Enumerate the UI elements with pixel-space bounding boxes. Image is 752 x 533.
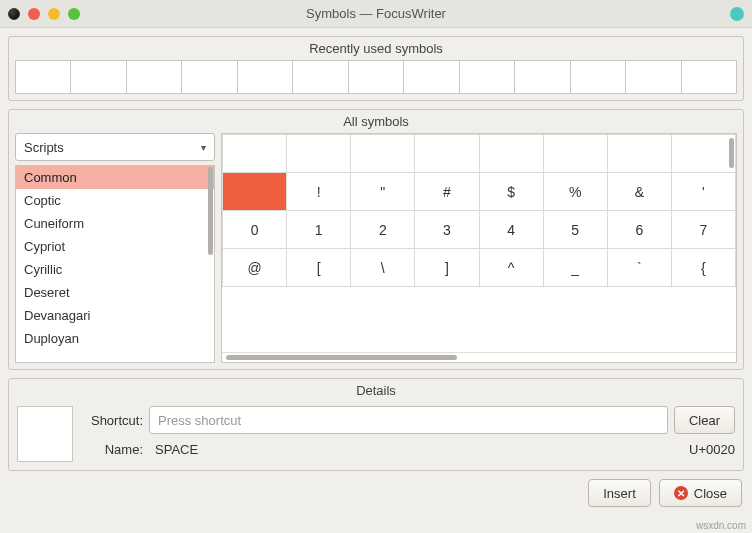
window-controls: [8, 8, 80, 20]
symbol-grid: !"#$%&'01234567@[\]^_`{: [222, 134, 736, 287]
script-item[interactable]: Coptic: [16, 189, 214, 212]
shortcut-input[interactable]: [149, 406, 668, 434]
recent-cell[interactable]: [292, 60, 348, 94]
recent-cell[interactable]: [459, 60, 515, 94]
recent-cell[interactable]: [181, 60, 237, 94]
recent-cell[interactable]: [403, 60, 459, 94]
symbol-cell[interactable]: _: [543, 249, 607, 287]
symbol-cell[interactable]: [479, 135, 543, 173]
scripts-dropdown-label: Scripts: [24, 140, 64, 155]
recent-cell[interactable]: [70, 60, 126, 94]
details-panel: Details Shortcut: Clear Name: SPACE U+00…: [8, 378, 744, 471]
all-symbols-panel: All symbols Scripts ▾ CommonCopticCuneif…: [8, 109, 744, 370]
watermark: wsxdn.com: [696, 520, 746, 531]
symbol-cell[interactable]: 2: [351, 211, 415, 249]
symbol-cell[interactable]: [607, 135, 671, 173]
symbol-cell[interactable]: ': [671, 173, 735, 211]
symbol-cell[interactable]: #: [415, 173, 479, 211]
symbol-cell[interactable]: %: [543, 173, 607, 211]
window-title: Symbols — FocusWriter: [0, 6, 752, 21]
symbol-cell[interactable]: 7: [671, 211, 735, 249]
details-title: Details: [15, 383, 737, 398]
recent-cell[interactable]: [625, 60, 681, 94]
symbol-cell[interactable]: 4: [479, 211, 543, 249]
recent-cell[interactable]: [15, 60, 71, 94]
symbol-cell[interactable]: 6: [607, 211, 671, 249]
script-item[interactable]: Cypriot: [16, 235, 214, 258]
script-list-scrollbar[interactable]: [208, 167, 213, 255]
symbol-cell[interactable]: ^: [479, 249, 543, 287]
recent-cell[interactable]: [237, 60, 293, 94]
grid-horizontal-scrollbar-track[interactable]: [222, 352, 736, 362]
symbol-cell[interactable]: `: [607, 249, 671, 287]
codepoint-value: U+0020: [689, 442, 735, 457]
recent-row: [15, 60, 737, 94]
app-icon: [8, 8, 20, 20]
close-button-label: Close: [694, 486, 727, 501]
symbol-cell[interactable]: [287, 135, 351, 173]
script-item[interactable]: Deseret: [16, 281, 214, 304]
symbol-cell[interactable]: [223, 135, 287, 173]
minimize-window-icon[interactable]: [48, 8, 60, 20]
symbol-cell[interactable]: ]: [415, 249, 479, 287]
grid-horizontal-scrollbar[interactable]: [226, 355, 457, 360]
symbol-grid-wrap: !"#$%&'01234567@[\]^_`{: [221, 133, 737, 363]
symbol-cell[interactable]: 3: [415, 211, 479, 249]
recent-title: Recently used symbols: [15, 41, 737, 56]
maximize-window-icon[interactable]: [68, 8, 80, 20]
scripts-dropdown[interactable]: Scripts ▾: [15, 133, 215, 161]
symbol-cell[interactable]: !: [287, 173, 351, 211]
symbol-cell[interactable]: [671, 135, 735, 173]
script-item[interactable]: Cuneiform: [16, 212, 214, 235]
symbol-cell[interactable]: ": [351, 173, 415, 211]
symbol-cell[interactable]: [351, 135, 415, 173]
symbol-cell[interactable]: \: [351, 249, 415, 287]
insert-button[interactable]: Insert: [588, 479, 651, 507]
recent-cell[interactable]: [348, 60, 404, 94]
recent-cell[interactable]: [514, 60, 570, 94]
grid-vertical-scrollbar[interactable]: [729, 138, 734, 168]
symbol-preview: [17, 406, 73, 462]
clear-button[interactable]: Clear: [674, 406, 735, 434]
name-value: SPACE: [155, 442, 198, 457]
script-list: CommonCopticCuneiformCypriotCyrillicDese…: [15, 165, 215, 363]
chevron-down-icon: ▾: [201, 142, 206, 153]
name-label: Name:: [83, 442, 143, 457]
symbol-cell[interactable]: [223, 173, 287, 211]
symbol-cell[interactable]: [: [287, 249, 351, 287]
close-window-icon[interactable]: [28, 8, 40, 20]
help-indicator-icon[interactable]: [730, 7, 744, 21]
close-button[interactable]: ✕ Close: [659, 479, 742, 507]
symbol-cell[interactable]: [415, 135, 479, 173]
all-symbols-title: All symbols: [15, 114, 737, 129]
script-item[interactable]: Devanagari: [16, 304, 214, 327]
symbol-cell[interactable]: &: [607, 173, 671, 211]
recent-panel: Recently used symbols: [8, 36, 744, 101]
titlebar: Symbols — FocusWriter: [0, 0, 752, 28]
symbol-cell[interactable]: @: [223, 249, 287, 287]
script-item[interactable]: Common: [16, 166, 214, 189]
symbol-cell[interactable]: 5: [543, 211, 607, 249]
script-item[interactable]: Duployan: [16, 327, 214, 350]
close-icon: ✕: [674, 486, 688, 500]
symbol-cell[interactable]: {: [671, 249, 735, 287]
recent-cell[interactable]: [126, 60, 182, 94]
symbol-cell[interactable]: 0: [223, 211, 287, 249]
recent-cell[interactable]: [570, 60, 626, 94]
shortcut-label: Shortcut:: [83, 413, 143, 428]
symbol-cell[interactable]: 1: [287, 211, 351, 249]
recent-cell[interactable]: [681, 60, 737, 94]
symbol-cell[interactable]: [543, 135, 607, 173]
symbol-cell[interactable]: $: [479, 173, 543, 211]
footer-buttons: Insert ✕ Close: [8, 479, 744, 507]
script-item[interactable]: Cyrillic: [16, 258, 214, 281]
